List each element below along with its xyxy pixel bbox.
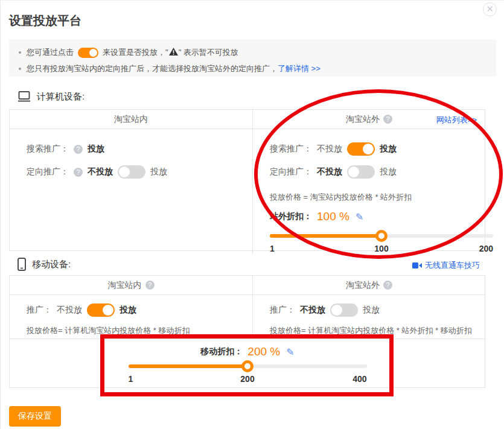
bullet-dot [19,51,21,54]
edit-icon[interactable]: ✎ [356,211,363,223]
notice-text: 您可通过点击 [27,47,74,58]
notice-text: 您只有投放淘宝站内的定向推广后，才能选择投放淘宝站外的定向推广， [27,63,278,74]
mobile-onsite-toggle[interactable] [87,303,115,317]
help-icon[interactable]: ? [145,281,155,290]
bullet-dot [19,68,21,70]
toggle-knob [348,167,359,177]
tick-mid: 100 [374,244,388,253]
warning-icon [169,48,178,57]
search-promo-state: 投放 [88,144,104,154]
offsite-discount-label: 站外折扣： [270,211,312,222]
search-promo-label: 搜索推广： [270,144,312,154]
promo-row: 推广： 不投放 投放 [270,299,477,322]
computer-offsite-cell: 搜索推广： 不投放 投放 定向推广： 不投放 投放 投放价格 = 淘宝站内投放价… [253,129,485,255]
computer-table: 淘宝站内 淘宝站外 ? 网站列表>> 搜索推广： ? 投放 定向推广： ? 不投… [9,109,485,251]
mobile-discount-label: 移动折扣： [200,346,243,357]
mobile-section-title: 移动设备: [32,259,71,270]
set-platform-dialog: 设置投放平台 ✕ 您可通过点击 来设置是否投放，" " 表示暂不可投放 您只有投… [0,0,504,429]
column-title: 淘宝站外 [346,280,380,291]
offsite-target-toggle[interactable] [347,165,375,179]
tick-mid: 200 [240,374,254,384]
state-on-label: 投放 [363,305,380,316]
help-icon[interactable]: ? [74,145,83,154]
wireless-tips-label: 无线直通车技巧 [425,260,480,271]
offsite-discount-slider[interactable]: 1 100 200 [270,234,493,255]
offsite-search-toggle[interactable] [347,142,375,156]
mobile-onsite-header: 淘宝站内 ? [10,276,253,295]
slider-ticks: 1 200 400 [129,374,367,385]
computer-offsite-header: 淘宝站外 ? 网站列表>> [253,110,485,129]
help-icon[interactable]: ? [383,281,392,290]
search-promo-row: 搜索推广： ? 投放 [27,138,244,160]
edit-icon[interactable]: ✎ [286,346,294,358]
toggle-knob [119,167,130,177]
onsite-target-toggle[interactable] [118,165,145,179]
column-title: 淘宝站内 [108,280,142,291]
state-off-label: 不投放 [57,305,82,316]
save-settings-button[interactable]: 保存设置 [9,406,61,427]
search-promo-label: 搜索推广： [27,144,69,154]
offsite-discount-value: 100 % [317,210,349,223]
slider-handle[interactable] [241,360,254,372]
toggle-knob [331,305,342,316]
mobile-onsite-cell: 推广： 不投放 投放 投放价格= 计算机淘宝站内投放价格 * 移动折扣 [10,295,253,338]
mobile-table: 淘宝站内 ? 淘宝站外 ? 推广： 不投放 投放 投放价格= 计算机淘宝站内投放… [9,275,485,388]
mobile-onsite-formula: 投放价格= 计算机淘宝站内投放价格 * 移动折扣 [27,325,244,336]
notice-line-2: 您只有投放淘宝站内的定向推广后，才能选择投放淘宝站外的定向推广， 了解详情 >> [16,62,486,76]
mobile-offsite-formula: 投放价格= 计算机淘宝站内投放价格 * 站外折扣 * 移动折扣 [270,325,477,336]
mobile-discount-value: 200 % [247,345,280,358]
mobile-icon [18,258,26,271]
learn-more-link[interactable]: 了解详情 >> [278,63,321,74]
notice-line-1: 您可通过点击 来设置是否投放，" " 表示暂不可投放 [16,45,486,60]
notice-text: " 表示暂不可投放 [179,47,238,58]
promo-row: 推广： 不投放 投放 [27,299,244,322]
search-promo-row: 搜索推广： 不投放 投放 [270,138,477,160]
help-icon[interactable]: ? [74,168,83,177]
notice-text: 来设置是否投放，" [103,47,168,58]
state-on-label: 投放 [150,167,167,177]
example-toggle[interactable] [78,48,98,58]
target-promo-row: 定向推广： ? 不投放 投放 [27,160,244,183]
state-off-label: 不投放 [317,167,342,177]
toggle-knob [363,144,374,154]
mobile-offsite-toggle[interactable] [330,303,358,317]
column-title: 淘宝站外 [346,114,380,125]
state-on-label: 投放 [380,167,397,177]
video-icon [412,262,422,269]
notice-box: 您可通过点击 来设置是否投放，" " 表示暂不可投放 您只有投放淘宝站内的定向推… [9,39,496,77]
computer-onsite-cell: 搜索推广： ? 投放 定向推广： ? 不投放 投放 [10,129,253,255]
mobile-offsite-cell: 推广： 不投放 投放 投放价格= 计算机淘宝站内投放价格 * 站外折扣 * 移动… [253,295,485,338]
column-title: 淘宝站内 [114,114,148,125]
close-icon[interactable]: ✕ [483,2,497,16]
state-off-label: 不投放 [88,167,113,177]
slider-handle[interactable] [375,230,388,242]
slider-ticks: 1 100 200 [270,244,493,255]
site-list-link[interactable]: 网站列表>> [436,115,477,126]
help-icon[interactable]: ? [383,115,392,124]
computer-icon [18,91,31,103]
tick-min: 1 [129,374,133,384]
mobile-offsite-header: 淘宝站外 ? [253,276,485,295]
computer-onsite-header: 淘宝站内 [10,110,253,129]
state-on-label: 投放 [380,144,397,154]
offsite-discount-line: 站外折扣： 100 % ✎ [270,210,477,223]
state-off-label: 不投放 [317,144,342,154]
target-promo-label: 定向推广： [270,167,312,177]
mobile-discount-slider[interactable]: 1 200 400 [129,364,367,385]
tick-min: 1 [270,244,275,253]
target-promo-label: 定向推广： [27,167,69,177]
wireless-tips-link[interactable]: 无线直通车技巧 [412,260,480,271]
mobile-discount-line: 移动折扣： 200 % ✎ [10,345,485,358]
promo-label: 推广： [270,305,295,316]
computer-section-header: 计算机设备: [18,91,85,103]
page-title: 设置投放平台 [9,13,81,29]
tick-max: 200 [479,244,493,253]
tick-max: 400 [352,374,366,384]
offsite-price-formula: 投放价格 = 淘宝站内投放价格 * 站外折扣 [270,192,477,203]
mobile-section-header: 移动设备: [18,258,71,271]
mobile-discount-cell: 移动折扣： 200 % ✎ 1 200 400 [10,338,485,387]
toggle-knob [89,49,97,57]
slider-fill [129,364,248,368]
state-off-label: 不投放 [300,305,325,316]
computer-section-title: 计算机设备: [37,91,85,103]
